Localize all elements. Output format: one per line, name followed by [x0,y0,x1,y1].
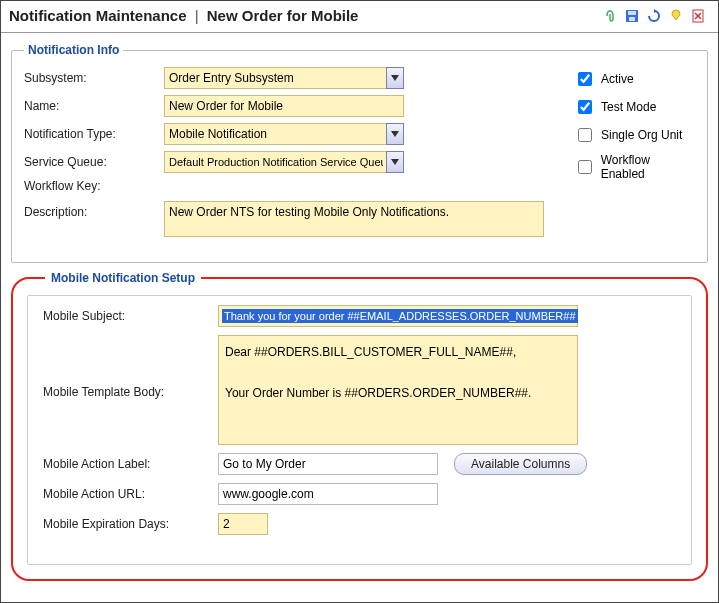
mobile-expiration-label: Mobile Expiration Days: [43,513,218,531]
mobile-notification-legend: Mobile Notification Setup [45,271,201,285]
delete-icon[interactable] [690,8,706,24]
page-title: Notification Maintenance | New Order for… [9,7,358,24]
notification-info-group: Notification Info Subsystem: Name: Notif… [11,43,708,263]
type-label: Notification Type: [24,127,164,141]
mobile-expiration-input[interactable] [218,513,268,535]
name-label: Name: [24,99,164,113]
title-primary: Notification Maintenance [9,7,187,24]
subsystem-label: Subsystem: [24,71,164,85]
title-secondary: New Order for Mobile [207,7,359,24]
mobile-action-label-input[interactable] [218,453,438,475]
title-divider: | [195,7,199,24]
svg-rect-1 [628,11,636,15]
single-org-checkbox[interactable] [578,128,592,142]
name-input[interactable] [164,95,404,117]
workflow-enabled-label: Workflow Enabled [601,153,695,181]
mobile-action-url-label: Mobile Action URL: [43,483,218,501]
refresh-icon[interactable] [646,8,662,24]
attach-icon[interactable] [602,8,618,24]
single-org-label: Single Org Unit [601,128,682,142]
mobile-subject-text: Thank you for your order ##EMAIL_ADDRESS… [222,309,578,323]
notification-info-legend: Notification Info [24,43,123,57]
mobile-body-label: Mobile Template Body: [43,381,218,399]
mobile-action-url-input[interactable] [218,483,438,505]
queue-select[interactable] [164,151,404,173]
available-columns-button[interactable]: Available Columns [454,453,587,475]
test-mode-checkbox[interactable] [578,100,592,114]
mobile-subject-input[interactable]: Thank you for your order ##EMAIL_ADDRESS… [218,305,578,327]
help-icon[interactable] [668,8,684,24]
description-textarea[interactable] [164,201,544,237]
save-icon[interactable] [624,8,640,24]
svg-rect-2 [629,17,635,21]
type-select[interactable] [164,123,404,145]
active-label: Active [601,72,634,86]
mobile-action-label-label: Mobile Action Label: [43,453,218,471]
subsystem-select[interactable] [164,67,404,89]
active-checkbox[interactable] [578,72,592,86]
mobile-body-textarea[interactable] [218,335,578,445]
page-header: Notification Maintenance | New Order for… [1,1,718,33]
description-label: Description: [24,201,164,219]
mobile-subject-label: Mobile Subject: [43,305,218,323]
mobile-notification-setup-group: Mobile Notification Setup Mobile Subject… [11,271,708,581]
test-mode-label: Test Mode [601,100,656,114]
workflow-key-label: Workflow Key: [24,179,164,193]
workflow-enabled-checkbox[interactable] [578,160,592,174]
queue-label: Service Queue: [24,155,164,169]
toolbar [602,8,708,24]
